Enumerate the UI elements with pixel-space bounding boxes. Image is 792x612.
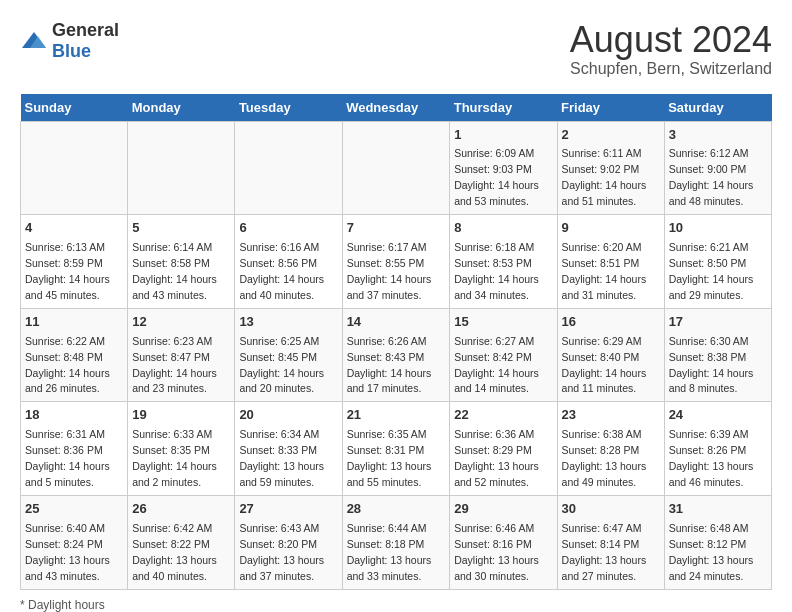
day-cell: 24Sunrise: 6:39 AM Sunset: 8:26 PM Dayli… [664,402,771,496]
day-info: Sunrise: 6:21 AM Sunset: 8:50 PM Dayligh… [669,241,754,301]
day-number: 6 [239,219,337,238]
day-number: 3 [669,126,767,145]
calendar-body: 1Sunrise: 6:09 AM Sunset: 9:03 PM Daylig… [21,121,772,589]
day-cell: 15Sunrise: 6:27 AM Sunset: 8:42 PM Dayli… [450,308,557,402]
header-cell-thursday: Thursday [450,94,557,122]
day-info: Sunrise: 6:16 AM Sunset: 8:56 PM Dayligh… [239,241,324,301]
day-number: 20 [239,406,337,425]
day-cell: 22Sunrise: 6:36 AM Sunset: 8:29 PM Dayli… [450,402,557,496]
day-cell: 16Sunrise: 6:29 AM Sunset: 8:40 PM Dayli… [557,308,664,402]
day-number: 7 [347,219,446,238]
footer-note-text: Daylight hours [28,598,105,612]
day-number: 10 [669,219,767,238]
day-number: 19 [132,406,230,425]
day-number: 26 [132,500,230,519]
calendar-header: SundayMondayTuesdayWednesdayThursdayFrid… [21,94,772,122]
day-number: 28 [347,500,446,519]
header-cell-friday: Friday [557,94,664,122]
day-cell: 17Sunrise: 6:30 AM Sunset: 8:38 PM Dayli… [664,308,771,402]
week-row-1: 1Sunrise: 6:09 AM Sunset: 9:03 PM Daylig… [21,121,772,215]
day-info: Sunrise: 6:33 AM Sunset: 8:35 PM Dayligh… [132,428,217,488]
day-number: 5 [132,219,230,238]
day-cell [235,121,342,215]
logo-text: General Blue [52,20,119,62]
day-info: Sunrise: 6:27 AM Sunset: 8:42 PM Dayligh… [454,335,539,395]
day-cell [342,121,450,215]
day-cell [128,121,235,215]
day-cell: 25Sunrise: 6:40 AM Sunset: 8:24 PM Dayli… [21,495,128,589]
day-info: Sunrise: 6:11 AM Sunset: 9:02 PM Dayligh… [562,147,647,207]
day-cell: 5Sunrise: 6:14 AM Sunset: 8:58 PM Daylig… [128,215,235,309]
subtitle: Schupfen, Bern, Switzerland [570,60,772,78]
day-info: Sunrise: 6:22 AM Sunset: 8:48 PM Dayligh… [25,335,110,395]
day-number: 18 [25,406,123,425]
day-cell: 29Sunrise: 6:46 AM Sunset: 8:16 PM Dayli… [450,495,557,589]
logo-general: General [52,20,119,40]
day-cell: 27Sunrise: 6:43 AM Sunset: 8:20 PM Dayli… [235,495,342,589]
day-cell: 11Sunrise: 6:22 AM Sunset: 8:48 PM Dayli… [21,308,128,402]
day-info: Sunrise: 6:23 AM Sunset: 8:47 PM Dayligh… [132,335,217,395]
day-info: Sunrise: 6:09 AM Sunset: 9:03 PM Dayligh… [454,147,539,207]
header-cell-sunday: Sunday [21,94,128,122]
day-cell: 21Sunrise: 6:35 AM Sunset: 8:31 PM Dayli… [342,402,450,496]
day-number: 14 [347,313,446,332]
day-info: Sunrise: 6:43 AM Sunset: 8:20 PM Dayligh… [239,522,324,582]
day-info: Sunrise: 6:38 AM Sunset: 8:28 PM Dayligh… [562,428,647,488]
day-cell: 1Sunrise: 6:09 AM Sunset: 9:03 PM Daylig… [450,121,557,215]
day-cell: 19Sunrise: 6:33 AM Sunset: 8:35 PM Dayli… [128,402,235,496]
day-info: Sunrise: 6:13 AM Sunset: 8:59 PM Dayligh… [25,241,110,301]
day-info: Sunrise: 6:14 AM Sunset: 8:58 PM Dayligh… [132,241,217,301]
day-number: 2 [562,126,660,145]
day-number: 25 [25,500,123,519]
day-cell: 2Sunrise: 6:11 AM Sunset: 9:02 PM Daylig… [557,121,664,215]
day-cell: 13Sunrise: 6:25 AM Sunset: 8:45 PM Dayli… [235,308,342,402]
day-info: Sunrise: 6:31 AM Sunset: 8:36 PM Dayligh… [25,428,110,488]
week-row-4: 18Sunrise: 6:31 AM Sunset: 8:36 PM Dayli… [21,402,772,496]
day-cell: 10Sunrise: 6:21 AM Sunset: 8:50 PM Dayli… [664,215,771,309]
day-cell: 4Sunrise: 6:13 AM Sunset: 8:59 PM Daylig… [21,215,128,309]
day-info: Sunrise: 6:25 AM Sunset: 8:45 PM Dayligh… [239,335,324,395]
day-info: Sunrise: 6:36 AM Sunset: 8:29 PM Dayligh… [454,428,539,488]
day-cell: 28Sunrise: 6:44 AM Sunset: 8:18 PM Dayli… [342,495,450,589]
day-number: 11 [25,313,123,332]
day-cell: 23Sunrise: 6:38 AM Sunset: 8:28 PM Dayli… [557,402,664,496]
day-info: Sunrise: 6:40 AM Sunset: 8:24 PM Dayligh… [25,522,110,582]
day-cell: 6Sunrise: 6:16 AM Sunset: 8:56 PM Daylig… [235,215,342,309]
page-header: General Blue August 2024 Schupfen, Bern,… [20,20,772,78]
day-info: Sunrise: 6:29 AM Sunset: 8:40 PM Dayligh… [562,335,647,395]
day-number: 22 [454,406,552,425]
day-number: 30 [562,500,660,519]
week-row-5: 25Sunrise: 6:40 AM Sunset: 8:24 PM Dayli… [21,495,772,589]
day-info: Sunrise: 6:18 AM Sunset: 8:53 PM Dayligh… [454,241,539,301]
day-number: 17 [669,313,767,332]
day-info: Sunrise: 6:39 AM Sunset: 8:26 PM Dayligh… [669,428,754,488]
main-title: August 2024 [570,20,772,60]
day-info: Sunrise: 6:30 AM Sunset: 8:38 PM Dayligh… [669,335,754,395]
day-cell: 8Sunrise: 6:18 AM Sunset: 8:53 PM Daylig… [450,215,557,309]
day-number: 8 [454,219,552,238]
day-number: 1 [454,126,552,145]
day-number: 16 [562,313,660,332]
day-cell: 31Sunrise: 6:48 AM Sunset: 8:12 PM Dayli… [664,495,771,589]
day-cell: 18Sunrise: 6:31 AM Sunset: 8:36 PM Dayli… [21,402,128,496]
day-number: 21 [347,406,446,425]
day-number: 15 [454,313,552,332]
day-info: Sunrise: 6:42 AM Sunset: 8:22 PM Dayligh… [132,522,217,582]
footer-note: * Daylight hours [20,598,772,612]
day-cell: 20Sunrise: 6:34 AM Sunset: 8:33 PM Dayli… [235,402,342,496]
logo-icon [20,30,48,52]
day-cell: 14Sunrise: 6:26 AM Sunset: 8:43 PM Dayli… [342,308,450,402]
day-cell: 9Sunrise: 6:20 AM Sunset: 8:51 PM Daylig… [557,215,664,309]
day-cell: 26Sunrise: 6:42 AM Sunset: 8:22 PM Dayli… [128,495,235,589]
title-area: August 2024 Schupfen, Bern, Switzerland [570,20,772,78]
day-number: 13 [239,313,337,332]
calendar-table: SundayMondayTuesdayWednesdayThursdayFrid… [20,94,772,590]
day-number: 9 [562,219,660,238]
day-number: 29 [454,500,552,519]
day-number: 4 [25,219,123,238]
logo-blue: Blue [52,41,91,61]
day-number: 27 [239,500,337,519]
day-info: Sunrise: 6:20 AM Sunset: 8:51 PM Dayligh… [562,241,647,301]
day-info: Sunrise: 6:35 AM Sunset: 8:31 PM Dayligh… [347,428,432,488]
day-cell: 12Sunrise: 6:23 AM Sunset: 8:47 PM Dayli… [128,308,235,402]
